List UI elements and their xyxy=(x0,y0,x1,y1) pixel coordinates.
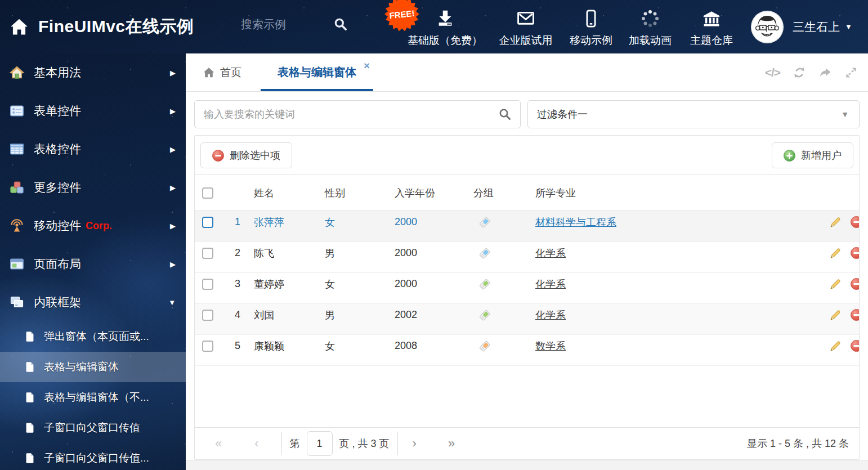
row-checkbox[interactable] xyxy=(202,217,213,228)
share-button[interactable] xyxy=(818,66,832,79)
view-source-button[interactable]: </> xyxy=(765,66,780,79)
expand-icon xyxy=(844,66,858,79)
nav-label: 基础版（免费） xyxy=(408,33,482,48)
nav-label: 移动示例 xyxy=(570,33,612,48)
delete-selected-button[interactable]: 删除选中项 xyxy=(200,142,292,168)
nav-loading-animations[interactable]: 加载动画 xyxy=(621,0,679,53)
row-checkbox[interactable] xyxy=(202,310,213,321)
tab-home[interactable]: 首页 xyxy=(203,53,241,91)
file-icon xyxy=(24,422,36,434)
search-icon[interactable] xyxy=(333,17,348,32)
table-row: 5 康颖颖 女 2008 数学系 xyxy=(195,335,859,366)
sidebar-item-form-controls[interactable]: 表单控件 ▶ xyxy=(0,92,186,130)
sidebar-subitem-child-to-parent-2[interactable]: 子窗口向父窗口传值... xyxy=(0,443,186,470)
nav-theme-repo[interactable]: 主题仓库 xyxy=(682,0,741,53)
header-search-input[interactable] xyxy=(241,18,325,31)
add-user-button[interactable]: 新增用户 xyxy=(772,142,853,168)
bank-icon xyxy=(702,9,721,28)
file-icon xyxy=(24,361,36,373)
delete-button[interactable] xyxy=(851,309,860,321)
edit-button[interactable] xyxy=(829,340,842,352)
tag-icon xyxy=(478,216,491,229)
first-page-button[interactable]: « xyxy=(215,437,222,450)
table-empty-area xyxy=(195,366,859,427)
sidebar-item-iframe[interactable]: 内联框架 ▼ xyxy=(0,283,186,321)
major-link[interactable]: 化学系 xyxy=(535,248,566,259)
refresh-button[interactable] xyxy=(793,66,806,79)
chevron-right-icon: ▶ xyxy=(170,222,176,230)
table-row: 1 张萍萍 女 2000 材料科学与工程系 xyxy=(195,211,859,242)
brand[interactable]: FineUIMvc在线示例 xyxy=(9,0,194,53)
footer-strip xyxy=(186,460,868,470)
user-menu[interactable]: 三生石上 ▼ xyxy=(751,0,852,53)
nav-label: 企业版试用 xyxy=(499,33,553,48)
delete-button[interactable] xyxy=(851,340,860,352)
tab-grid-edit-window[interactable]: 表格与编辑窗体 × xyxy=(261,53,373,91)
edit-button[interactable] xyxy=(829,247,842,259)
corp-badge: Corp. xyxy=(86,220,112,232)
nav-mobile-demo[interactable]: 移动示例 xyxy=(562,0,620,53)
chevron-down-icon: ▼ xyxy=(845,23,852,31)
row-checkbox[interactable] xyxy=(202,248,213,259)
home-icon xyxy=(203,66,215,79)
major-link[interactable]: 化学系 xyxy=(535,310,566,321)
frames-icon xyxy=(9,294,25,310)
pagination-bar: « ‹ 第 页 , 共 3 页 › » 显示 1 - 5 条 , 共 12 条 xyxy=(195,427,859,459)
chevron-down-icon: ▼ xyxy=(168,298,176,307)
major-link[interactable]: 数学系 xyxy=(535,341,566,352)
sidebar-subitem-grid-edit-window[interactable]: 表格与编辑窗体 xyxy=(0,352,186,382)
nav-enterprise-trial[interactable]: 企业版试用 xyxy=(491,0,560,53)
select-all-checkbox[interactable] xyxy=(202,187,213,199)
major-link[interactable]: 化学系 xyxy=(535,279,566,290)
expand-button[interactable] xyxy=(844,66,858,79)
chevron-right-icon: ▶ xyxy=(170,107,176,115)
filter-row: 过滤条件一 ▼ xyxy=(194,100,860,128)
file-icon xyxy=(24,391,36,404)
grid-panel: 删除选中项 新增用户 姓名 性别 入学年份 分组 所学专业 1 xyxy=(194,135,860,460)
edit-button[interactable] xyxy=(829,309,842,321)
chevron-right-icon: ▶ xyxy=(170,145,176,154)
keyword-search-input[interactable] xyxy=(194,100,521,128)
sidebar-item-basic-usage[interactable]: 基本用法 ▶ xyxy=(0,53,186,92)
mail-icon xyxy=(516,9,535,28)
col-header-name: 姓名 xyxy=(248,186,321,200)
file-icon xyxy=(24,452,36,464)
sidebar-subitem-grid-edit-window-2[interactable]: 表格与编辑窗体（不... xyxy=(0,382,186,413)
cubes-icon xyxy=(9,180,25,195)
nav-label: 主题仓库 xyxy=(690,33,733,48)
nav-label: 加载动画 xyxy=(629,33,672,48)
next-page-button[interactable]: › xyxy=(413,437,417,450)
pencil-icon xyxy=(829,247,842,259)
minus-circle-icon xyxy=(212,150,224,162)
sidebar-subitem-child-to-parent[interactable]: 子窗口向父窗口传值 xyxy=(0,413,186,443)
chevron-down-icon: ▼ xyxy=(841,110,849,119)
sidebar-item-more-controls[interactable]: 更多控件 ▶ xyxy=(0,168,186,207)
col-header-gender: 性别 xyxy=(321,186,389,200)
sidebar: 基本用法 ▶ 表单控件 ▶ 表格控件 ▶ 更多控件 ▶ 移动控件 Corp. ▶… xyxy=(0,53,186,470)
search-icon[interactable] xyxy=(498,108,512,121)
sidebar-item-page-layout[interactable]: 页面布局 ▶ xyxy=(0,245,186,283)
edit-button[interactable] xyxy=(829,216,842,229)
sidebar-item-grid-controls[interactable]: 表格控件 ▶ xyxy=(0,130,186,168)
sidebar-subitem-popup-window[interactable]: 弹出窗体（本页面或... xyxy=(0,321,186,352)
filter-dropdown[interactable]: 过滤条件一 ▼ xyxy=(527,100,860,128)
edit-button[interactable] xyxy=(829,278,842,290)
close-icon[interactable]: × xyxy=(364,60,370,71)
chevron-right-icon: ▶ xyxy=(170,183,176,192)
sidebar-item-mobile-controls[interactable]: 移动控件 Corp. ▶ xyxy=(0,207,186,245)
form-icon xyxy=(9,103,25,119)
delete-button[interactable] xyxy=(851,247,860,259)
page-number-input[interactable] xyxy=(307,431,333,456)
row-checkbox[interactable] xyxy=(202,341,213,352)
last-page-button[interactable]: » xyxy=(448,437,455,450)
minus-circle-icon xyxy=(851,340,860,352)
nav-basic-edition[interactable]: 基础版（免费） xyxy=(407,0,483,53)
minus-circle-icon xyxy=(851,278,860,290)
major-link[interactable]: 材料科学与工程系 xyxy=(535,217,616,228)
home-icon xyxy=(9,17,29,37)
delete-button[interactable] xyxy=(851,278,860,290)
delete-button[interactable] xyxy=(851,216,860,228)
tab-toolbar: </> xyxy=(765,53,858,92)
prev-page-button[interactable]: ‹ xyxy=(254,437,258,450)
row-checkbox[interactable] xyxy=(202,279,213,290)
